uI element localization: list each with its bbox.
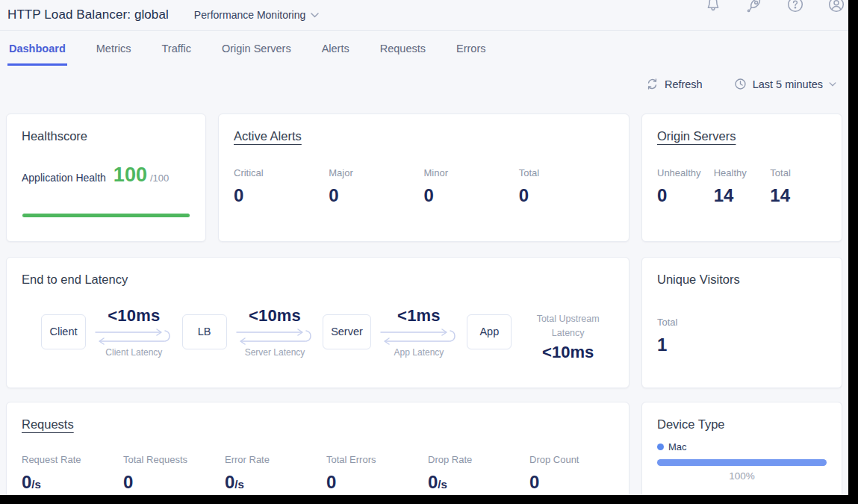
- stat-unhealthy: Unhealthy 0: [657, 167, 714, 206]
- tab-alerts[interactable]: Alerts: [320, 34, 351, 66]
- origin-servers-card: Origin Servers Unhealthy 0 Healthy 14 To…: [641, 113, 842, 242]
- active-alerts-card: Active Alerts Critical 0 Major 0 Minor 0: [218, 113, 629, 242]
- stat-value: 0: [123, 472, 133, 492]
- latency-flow-diagram: Client <10ms Client Latency LB: [22, 302, 614, 362]
- device-type-card: Device Type Mac 100%: [641, 402, 842, 495]
- healthscore-value: 100: [114, 164, 147, 187]
- stat-value: 14: [714, 185, 771, 206]
- stat-unit: /s: [31, 478, 41, 491]
- unique-visitors-card: Unique Visitors Total 1: [641, 257, 842, 388]
- stat-label: Critical: [234, 167, 329, 178]
- roundtrip-arrow-icon: [231, 327, 319, 346]
- rocket-icon[interactable]: [745, 0, 763, 13]
- unique-visitors-title: Unique Visitors: [657, 273, 827, 287]
- page-title: HTTP Load Balancer: global: [7, 7, 169, 22]
- stat-value: 1: [657, 335, 827, 355]
- tab-traffic[interactable]: Traffic: [160, 34, 192, 66]
- stat-total-errors: Total Errors 0: [326, 454, 428, 493]
- stat-major: Major 0: [329, 167, 423, 206]
- latency-hop-app: <1ms App Latency: [371, 306, 467, 358]
- stat-value: 14: [770, 185, 827, 206]
- refresh-label: Refresh: [665, 78, 703, 90]
- hop-label: Client Latency: [105, 347, 162, 358]
- tab-errors[interactable]: Errors: [455, 34, 487, 66]
- stat-label: Minor: [424, 167, 519, 178]
- device-percent-label: 100%: [657, 470, 827, 482]
- hop-value: <10ms: [249, 306, 301, 326]
- device-legend: Mac: [657, 441, 827, 452]
- stat-label: Healthy: [714, 167, 771, 178]
- stat-total-requests: Total Requests 0: [123, 454, 225, 493]
- healthscore-denominator: /100: [150, 172, 169, 184]
- stat-value: 0: [657, 185, 714, 206]
- stat-minor: Minor 0: [424, 167, 519, 206]
- stat-label: Major: [329, 167, 423, 178]
- stat-value: 0: [22, 472, 31, 492]
- latency-hop-client: <10ms Client Latency: [86, 306, 182, 358]
- stat-label: Request Rate: [22, 454, 123, 465]
- header-icons: [704, 0, 845, 13]
- toolbar: Refresh Last 5 minutes: [0, 66, 848, 104]
- tab-metrics[interactable]: Metrics: [95, 34, 133, 66]
- service-menu[interactable]: Performance Monitoring: [194, 9, 319, 21]
- total-latency-label: Latency: [522, 326, 614, 340]
- total-latency-value: <10ms: [522, 343, 614, 362]
- stat-value: 0: [234, 185, 329, 206]
- chevron-down-icon: [311, 13, 319, 18]
- stat-critical: Critical 0: [234, 167, 329, 206]
- time-range-selector[interactable]: Last 5 minutes: [734, 78, 836, 90]
- latency-title: End to end Latency: [22, 273, 614, 287]
- stat-label: Total: [657, 317, 827, 328]
- origin-servers-title[interactable]: Origin Servers: [657, 129, 736, 143]
- latency-node-app: App: [467, 314, 512, 349]
- application-health-label: Application Health: [22, 172, 106, 184]
- hop-value: <1ms: [397, 306, 441, 326]
- stat-value: 0: [326, 472, 336, 492]
- stat-label: Drop Rate: [428, 454, 529, 465]
- clock-icon: [734, 78, 747, 90]
- app-window: HTTP Load Balancer: global Performance M…: [0, 0, 848, 495]
- stat-label: Drop Count: [529, 454, 579, 465]
- latency-hop-server: <10ms Server Latency: [227, 306, 323, 358]
- latency-card: End to end Latency Client <10ms Client: [6, 257, 629, 388]
- hop-label: App Latency: [394, 347, 444, 358]
- stat-label: Total: [519, 167, 614, 178]
- device-type-title: Device Type: [657, 417, 827, 432]
- device-type-bar: [657, 459, 827, 466]
- requests-card: Requests Request Rate 0/s Total Requests…: [6, 402, 629, 495]
- legend-label: Mac: [668, 441, 687, 452]
- bell-icon[interactable]: [704, 0, 722, 13]
- time-range-label: Last 5 minutes: [753, 78, 823, 90]
- stat-value: 0: [329, 185, 423, 206]
- stat-label: Total Requests: [123, 454, 225, 465]
- tab-origin-servers[interactable]: Origin Servers: [220, 34, 293, 66]
- app-header: HTTP Load Balancer: global Performance M…: [0, 0, 848, 31]
- stat-value: 0: [424, 185, 519, 206]
- stat-error-rate: Error Rate 0/s: [225, 454, 326, 493]
- user-icon[interactable]: [827, 0, 845, 13]
- healthscore-title: Healthscore: [22, 129, 190, 143]
- help-icon[interactable]: [786, 0, 804, 13]
- healthscore-card: Healthscore Application Health 100 /100: [6, 113, 206, 242]
- tab-requests[interactable]: Requests: [379, 34, 427, 66]
- tab-dashboard[interactable]: Dashboard: [7, 34, 67, 66]
- hop-value: <10ms: [108, 306, 160, 326]
- roundtrip-arrow-icon: [375, 327, 463, 346]
- active-alerts-title[interactable]: Active Alerts: [234, 129, 302, 143]
- healthscore-bar: [22, 214, 190, 217]
- chevron-down-icon: [829, 82, 836, 87]
- latency-node-server: Server: [323, 314, 370, 349]
- stat-unit: /s: [234, 478, 244, 491]
- stat-label: Error Rate: [225, 454, 326, 465]
- stat-unique-visitors-total: Total 1: [657, 317, 827, 355]
- stat-value: 0: [519, 185, 614, 206]
- refresh-icon: [646, 78, 659, 90]
- service-menu-label: Performance Monitoring: [194, 9, 305, 21]
- legend-dot-icon: [657, 444, 664, 450]
- requests-title[interactable]: Requests: [22, 417, 74, 431]
- stat-value: 0: [428, 472, 438, 492]
- stat-value: 0: [225, 472, 234, 492]
- stat-label: Total: [770, 167, 827, 178]
- refresh-button[interactable]: Refresh: [646, 78, 703, 90]
- total-latency-label: Total Upstream: [522, 312, 614, 326]
